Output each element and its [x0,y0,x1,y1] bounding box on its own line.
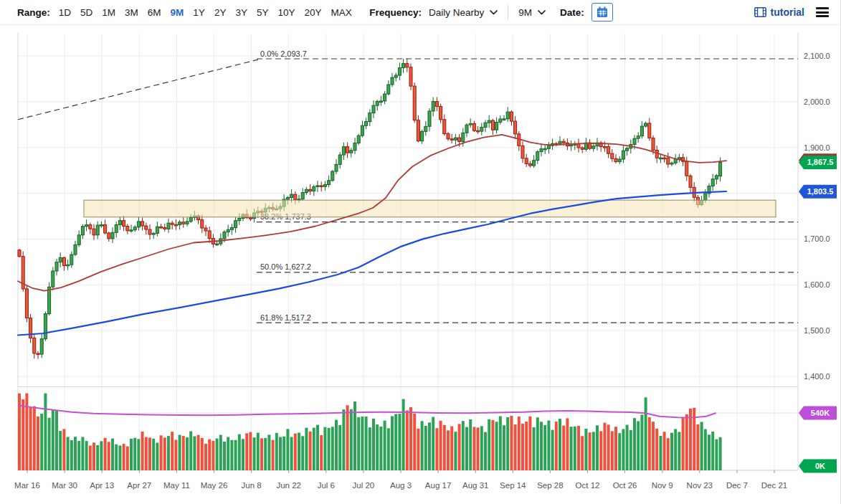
svg-text:Dec 21: Dec 21 [761,481,787,490]
menu-icon[interactable] [816,4,830,20]
svg-text:Aug 31: Aug 31 [462,481,488,490]
range-3y[interactable]: 3Y [235,7,247,18]
time-axis-labels: Mar 16Mar 30Apr 13Apr 27May 11May 26Jun … [14,481,787,490]
range-1y[interactable]: 1Y [193,7,205,18]
svg-text:1,400.0: 1,400.0 [804,372,830,381]
period-dropdown[interactable]: 9M [518,7,546,18]
range-max[interactable]: MAX [331,7,351,18]
range-10y[interactable]: 10Y [277,7,295,18]
range-6m[interactable]: 6M [148,7,161,18]
period-value: 9M [518,7,532,18]
svg-text:Oct 12: Oct 12 [576,481,600,490]
svg-text:Oct 26: Oct 26 [613,481,637,490]
svg-text:Mar 30: Mar 30 [52,481,77,490]
svg-text:May 26: May 26 [201,481,228,490]
volume-ma-badge: 540K [799,406,837,420]
range-1m[interactable]: 1M [102,7,115,18]
svg-text:Nov 23: Nov 23 [687,481,713,490]
svg-text:Mar 16: Mar 16 [14,481,40,490]
svg-text:1,900.0: 1,900.0 [804,143,830,152]
svg-text:May 11: May 11 [163,481,190,490]
frequency-dropdown[interactable]: Daily Nearby [429,7,498,18]
svg-text:1,867.5: 1,867.5 [807,158,834,166]
film-icon [754,7,766,17]
svg-text:540K: 540K [811,409,830,417]
range-label: Range: [17,7,50,18]
fib-retracement: 0.0% 2,093.738.2% 1,737.350.0% 1,627.261… [18,49,798,323]
svg-text:Jul 6: Jul 6 [318,481,335,490]
svg-text:Jul 20: Jul 20 [353,481,375,490]
svg-text:1,803.5: 1,803.5 [807,187,834,196]
volume-ma-line [19,406,716,418]
range-20y[interactable]: 20Y [304,7,321,18]
axis-badges: 1,867.51,803.5540K0K [799,153,837,472]
range-9m-active[interactable]: 9M [171,7,184,18]
svg-text:2,100.0: 2,100.0 [804,52,830,60]
range-5d[interactable]: 5D [80,7,92,18]
trend-line [18,60,258,120]
svg-text:Aug 17: Aug 17 [425,481,451,490]
svg-text:Jun 8: Jun 8 [242,481,262,490]
svg-text:Apr 27: Apr 27 [127,481,151,490]
svg-text:Sep 14: Sep 14 [500,481,526,490]
frequency-label: Frequency: [369,7,422,18]
ma-slow-badge: 1,803.5 [799,185,837,199]
frequency-group: Frequency: Daily Nearby [369,7,498,18]
tutorial-label: tutorial [771,6,804,18]
svg-text:50.0% 1,627.2: 50.0% 1,627.2 [260,262,311,271]
svg-text:2,000.0: 2,000.0 [804,98,830,106]
volume-last-badge: 0K [799,460,837,473]
grid-lines [18,34,798,470]
chevron-down-icon [490,10,498,15]
svg-text:Sep 28: Sep 28 [537,481,563,490]
price-chart-canvas[interactable]: 0.0% 2,093.738.2% 1,737.350.0% 1,627.261… [0,0,841,504]
toolbar-divider [508,5,508,19]
chevron-down-icon [538,10,546,15]
last-price-badge: 1,867.5 [799,156,837,169]
tutorial-link[interactable]: tutorial [754,6,804,18]
svg-text:Nov 9: Nov 9 [652,481,673,490]
svg-text:0K: 0K [815,462,825,470]
range-5y[interactable]: 5Y [257,7,269,18]
volume-bars [18,394,722,470]
svg-text:1,700.0: 1,700.0 [804,234,830,243]
date-picker-button[interactable] [591,3,613,22]
svg-text:Apr 13: Apr 13 [90,481,114,490]
svg-text:Jun 22: Jun 22 [276,481,301,490]
price-axis-labels: 2,100.02,000.01,900.01,800.01,700.01,600… [804,52,830,381]
chart-area: 0.0% 2,093.738.2% 1,737.350.0% 1,627.261… [0,0,840,504]
pane-borders [18,32,798,473]
svg-text:0.0% 2,093.7: 0.0% 2,093.7 [260,49,307,58]
date-label: Date: [560,7,584,18]
range-1d[interactable]: 1D [59,7,71,18]
svg-text:1,600.0: 1,600.0 [804,280,830,289]
svg-text:Dec 7: Dec 7 [726,481,748,490]
svg-text:Aug 3: Aug 3 [390,481,412,490]
support-zone-band [84,200,776,217]
chart-page: Range: 1D 5D 1M 3M 6M 9M 1Y 2Y 3Y 5Y 10Y… [0,0,841,504]
frequency-value: Daily Nearby [429,7,484,18]
svg-text:1,500.0: 1,500.0 [804,326,830,335]
range-2y[interactable]: 2Y [214,7,227,18]
chart-toolbar: Range: 1D 5D 1M 3M 6M 9M 1Y 2Y 3Y 5Y 10Y… [0,0,840,25]
svg-text:61.8% 1,517.2: 61.8% 1,517.2 [260,313,311,322]
range-3m[interactable]: 3M [125,7,138,18]
calendar-icon [597,6,608,18]
